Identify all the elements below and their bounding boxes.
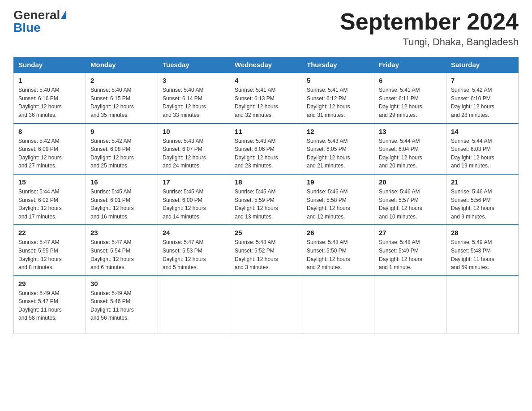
calendar-cell: 1 Sunrise: 5:40 AMSunset: 6:16 PMDayligh… xyxy=(14,73,86,123)
calendar-cell: 17 Sunrise: 5:45 AMSunset: 6:00 PMDaylig… xyxy=(158,174,230,225)
day-info: Sunrise: 5:41 AMSunset: 6:13 PMDaylight:… xyxy=(235,86,297,119)
day-info: Sunrise: 5:47 AMSunset: 5:54 PMDaylight:… xyxy=(90,238,153,271)
day-info: Sunrise: 5:49 AMSunset: 5:48 PMDaylight:… xyxy=(451,238,514,271)
calendar-cell xyxy=(158,276,230,334)
col-saturday: Saturday xyxy=(446,57,519,73)
calendar-cell: 26 Sunrise: 5:48 AMSunset: 5:50 PMDaylig… xyxy=(302,225,374,275)
day-number: 22 xyxy=(18,229,81,236)
day-number: 3 xyxy=(163,77,225,84)
day-number: 16 xyxy=(90,178,153,186)
calendar-cell: 20 Sunrise: 5:46 AMSunset: 5:57 PMDaylig… xyxy=(374,174,446,225)
day-number: 2 xyxy=(90,77,153,84)
calendar-cell: 8 Sunrise: 5:42 AMSunset: 6:09 PMDayligh… xyxy=(14,124,86,174)
calendar-cell: 11 Sunrise: 5:43 AMSunset: 6:06 PMDaylig… xyxy=(230,124,302,174)
col-tuesday: Tuesday xyxy=(158,57,230,73)
calendar-cell: 4 Sunrise: 5:41 AMSunset: 6:13 PMDayligh… xyxy=(230,73,302,123)
day-number: 30 xyxy=(90,280,153,287)
calendar-cell: 2 Sunrise: 5:40 AMSunset: 6:15 PMDayligh… xyxy=(86,73,158,123)
day-info: Sunrise: 5:47 AMSunset: 5:55 PMDaylight:… xyxy=(18,238,81,271)
day-info: Sunrise: 5:48 AMSunset: 5:49 PMDaylight:… xyxy=(379,238,442,271)
day-number: 9 xyxy=(90,128,153,135)
calendar-cell xyxy=(374,276,446,334)
day-info: Sunrise: 5:43 AMSunset: 6:05 PMDaylight:… xyxy=(307,137,369,170)
day-number: 6 xyxy=(379,77,442,84)
day-info: Sunrise: 5:43 AMSunset: 6:06 PMDaylight:… xyxy=(235,137,297,170)
calendar-cell: 29 Sunrise: 5:49 AMSunset: 5:47 PMDaylig… xyxy=(14,276,86,334)
calendar-cell: 22 Sunrise: 5:47 AMSunset: 5:55 PMDaylig… xyxy=(14,225,86,275)
day-number: 8 xyxy=(18,128,81,135)
calendar-cell xyxy=(302,276,374,334)
day-number: 27 xyxy=(379,229,442,236)
day-info: Sunrise: 5:47 AMSunset: 5:53 PMDaylight:… xyxy=(163,238,225,271)
day-number: 1 xyxy=(18,77,81,84)
calendar-cell: 19 Sunrise: 5:46 AMSunset: 5:58 PMDaylig… xyxy=(302,174,374,225)
day-number: 12 xyxy=(307,128,369,135)
day-info: Sunrise: 5:49 AMSunset: 5:47 PMDaylight:… xyxy=(18,289,81,322)
logo-triangle-icon xyxy=(61,10,66,19)
day-info: Sunrise: 5:46 AMSunset: 5:57 PMDaylight:… xyxy=(379,188,442,221)
calendar-cell: 13 Sunrise: 5:44 AMSunset: 6:04 PMDaylig… xyxy=(374,124,446,174)
day-number: 28 xyxy=(451,229,514,236)
calendar-week-row: 8 Sunrise: 5:42 AMSunset: 6:09 PMDayligh… xyxy=(14,124,519,174)
calendar-week-row: 15 Sunrise: 5:44 AMSunset: 6:02 PMDaylig… xyxy=(14,174,519,225)
calendar-cell: 27 Sunrise: 5:48 AMSunset: 5:49 PMDaylig… xyxy=(374,225,446,275)
logo-general-text: General xyxy=(13,9,60,21)
day-number: 24 xyxy=(163,229,225,236)
calendar-cell: 9 Sunrise: 5:42 AMSunset: 6:08 PMDayligh… xyxy=(86,124,158,174)
col-monday: Monday xyxy=(86,57,158,73)
col-friday: Friday xyxy=(374,57,446,73)
day-number: 13 xyxy=(379,128,442,135)
logo: General Blue xyxy=(13,9,66,34)
calendar-cell: 18 Sunrise: 5:45 AMSunset: 5:59 PMDaylig… xyxy=(230,174,302,225)
day-number: 5 xyxy=(307,77,369,84)
day-info: Sunrise: 5:44 AMSunset: 6:04 PMDaylight:… xyxy=(379,137,442,170)
col-wednesday: Wednesday xyxy=(230,57,302,73)
day-info: Sunrise: 5:43 AMSunset: 6:07 PMDaylight:… xyxy=(163,137,225,170)
calendar-cell: 10 Sunrise: 5:43 AMSunset: 6:07 PMDaylig… xyxy=(158,124,230,174)
day-info: Sunrise: 5:41 AMSunset: 6:12 PMDaylight:… xyxy=(307,86,369,119)
calendar-week-row: 1 Sunrise: 5:40 AMSunset: 6:16 PMDayligh… xyxy=(14,73,519,123)
day-info: Sunrise: 5:48 AMSunset: 5:52 PMDaylight:… xyxy=(235,238,297,271)
page-header: General Blue September 2024 Tungi, Dhaka… xyxy=(13,9,519,48)
calendar-cell: 12 Sunrise: 5:43 AMSunset: 6:05 PMDaylig… xyxy=(302,124,374,174)
location: Tungi, Dhaka, Bangladesh xyxy=(340,36,519,48)
day-info: Sunrise: 5:42 AMSunset: 6:08 PMDaylight:… xyxy=(90,137,153,170)
calendar-cell: 15 Sunrise: 5:44 AMSunset: 6:02 PMDaylig… xyxy=(14,174,86,225)
calendar-cell: 14 Sunrise: 5:44 AMSunset: 6:03 PMDaylig… xyxy=(446,124,519,174)
day-number: 4 xyxy=(235,77,297,84)
day-info: Sunrise: 5:48 AMSunset: 5:50 PMDaylight:… xyxy=(307,238,369,271)
calendar-week-row: 22 Sunrise: 5:47 AMSunset: 5:55 PMDaylig… xyxy=(14,225,519,275)
title-area: September 2024 Tungi, Dhaka, Bangladesh xyxy=(340,9,519,48)
month-title: September 2024 xyxy=(340,9,519,34)
day-info: Sunrise: 5:44 AMSunset: 6:02 PMDaylight:… xyxy=(18,188,81,221)
col-thursday: Thursday xyxy=(302,57,374,73)
day-info: Sunrise: 5:45 AMSunset: 5:59 PMDaylight:… xyxy=(235,188,297,221)
logo-blue-text: Blue xyxy=(13,21,41,34)
calendar-cell: 23 Sunrise: 5:47 AMSunset: 5:54 PMDaylig… xyxy=(86,225,158,275)
day-number: 19 xyxy=(307,178,369,186)
day-info: Sunrise: 5:40 AMSunset: 6:16 PMDaylight:… xyxy=(18,86,81,119)
day-number: 26 xyxy=(307,229,369,236)
calendar-cell: 5 Sunrise: 5:41 AMSunset: 6:12 PMDayligh… xyxy=(302,73,374,123)
calendar-cell: 28 Sunrise: 5:49 AMSunset: 5:48 PMDaylig… xyxy=(446,225,519,275)
day-number: 25 xyxy=(235,229,297,236)
calendar-week-row: 29 Sunrise: 5:49 AMSunset: 5:47 PMDaylig… xyxy=(14,276,519,334)
day-info: Sunrise: 5:42 AMSunset: 6:09 PMDaylight:… xyxy=(18,137,81,170)
day-number: 11 xyxy=(235,128,297,135)
calendar-cell xyxy=(230,276,302,334)
day-info: Sunrise: 5:49 AMSunset: 5:46 PMDaylight:… xyxy=(90,289,153,322)
calendar-cell: 30 Sunrise: 5:49 AMSunset: 5:46 PMDaylig… xyxy=(86,276,158,334)
day-number: 10 xyxy=(163,128,225,135)
calendar-cell: 3 Sunrise: 5:40 AMSunset: 6:14 PMDayligh… xyxy=(158,73,230,123)
day-number: 18 xyxy=(235,178,297,186)
day-number: 23 xyxy=(90,229,153,236)
calendar-cell: 6 Sunrise: 5:41 AMSunset: 6:11 PMDayligh… xyxy=(374,73,446,123)
day-info: Sunrise: 5:41 AMSunset: 6:11 PMDaylight:… xyxy=(379,86,442,119)
day-info: Sunrise: 5:46 AMSunset: 5:58 PMDaylight:… xyxy=(307,188,369,221)
day-number: 14 xyxy=(451,128,514,135)
day-info: Sunrise: 5:42 AMSunset: 6:10 PMDaylight:… xyxy=(451,86,514,119)
day-info: Sunrise: 5:40 AMSunset: 6:14 PMDaylight:… xyxy=(163,86,225,119)
day-info: Sunrise: 5:40 AMSunset: 6:15 PMDaylight:… xyxy=(90,86,153,119)
day-info: Sunrise: 5:45 AMSunset: 6:00 PMDaylight:… xyxy=(163,188,225,221)
day-number: 7 xyxy=(451,77,514,84)
